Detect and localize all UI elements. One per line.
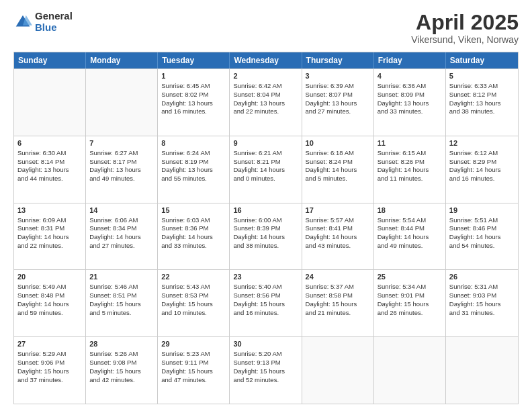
calendar: SundayMondayTuesdayWednesdayThursdayFrid…: [13, 52, 519, 404]
calendar-cell: 19Sunrise: 5:51 AM Sunset: 8:46 PM Dayli…: [446, 203, 518, 270]
day-number: 23: [233, 272, 298, 282]
day-info: Sunrise: 5:26 AM Sunset: 9:08 PM Dayligh…: [89, 350, 141, 383]
day-number: 21: [89, 272, 154, 282]
calendar-cell: 24Sunrise: 5:37 AM Sunset: 8:58 PM Dayli…: [302, 270, 374, 336]
calendar-cell: 18Sunrise: 5:54 AM Sunset: 8:44 PM Dayli…: [374, 203, 446, 270]
calendar-cell: 28Sunrise: 5:26 AM Sunset: 9:08 PM Dayli…: [86, 337, 158, 404]
day-number: 11: [378, 138, 442, 148]
day-number: 14: [89, 205, 154, 216]
day-info: Sunrise: 6:39 AM Sunset: 8:07 PM Dayligh…: [306, 82, 357, 115]
day-number: 7: [89, 138, 154, 148]
day-info: Sunrise: 5:43 AM Sunset: 8:53 PM Dayligh…: [161, 283, 213, 316]
calendar-cell: [446, 337, 518, 404]
weekday-header: Monday: [86, 52, 158, 68]
calendar-cell: 14Sunrise: 6:06 AM Sunset: 8:34 PM Dayli…: [86, 203, 158, 270]
calendar-cell: 9Sunrise: 6:21 AM Sunset: 8:21 PM Daylig…: [230, 136, 302, 203]
day-number: 1: [161, 71, 226, 81]
day-info: Sunrise: 6:09 AM Sunset: 8:31 PM Dayligh…: [17, 216, 69, 249]
day-info: Sunrise: 6:15 AM Sunset: 8:26 PM Dayligh…: [378, 149, 429, 182]
day-number: 20: [17, 272, 82, 282]
day-info: Sunrise: 5:20 AM Sunset: 9:13 PM Dayligh…: [233, 350, 285, 383]
day-info: Sunrise: 5:57 AM Sunset: 8:41 PM Dayligh…: [306, 216, 357, 249]
calendar-cell: 4Sunrise: 6:36 AM Sunset: 8:09 PM Daylig…: [374, 69, 446, 136]
calendar-cell: 10Sunrise: 6:18 AM Sunset: 8:24 PM Dayli…: [302, 136, 374, 203]
calendar-cell: 7Sunrise: 6:27 AM Sunset: 8:17 PM Daylig…: [86, 136, 158, 203]
calendar-cell: [14, 69, 86, 136]
calendar-cell: 23Sunrise: 5:40 AM Sunset: 8:56 PM Dayli…: [230, 270, 302, 336]
calendar-cell: [374, 337, 446, 404]
day-info: Sunrise: 5:46 AM Sunset: 8:51 PM Dayligh…: [89, 283, 141, 316]
calendar-cell: 13Sunrise: 6:09 AM Sunset: 8:31 PM Dayli…: [14, 203, 86, 270]
calendar-header: SundayMondayTuesdayWednesdayThursdayFrid…: [14, 52, 518, 68]
weekday-header: Friday: [374, 52, 446, 68]
calendar-row: 13Sunrise: 6:09 AM Sunset: 8:31 PM Dayli…: [14, 203, 518, 270]
day-number: 19: [449, 205, 515, 216]
day-number: 6: [17, 138, 82, 148]
day-info: Sunrise: 6:30 AM Sunset: 8:14 PM Dayligh…: [17, 149, 69, 182]
logo-text: General Blue: [35, 11, 73, 33]
day-info: Sunrise: 5:37 AM Sunset: 8:58 PM Dayligh…: [306, 283, 357, 316]
calendar-cell: 11Sunrise: 6:15 AM Sunset: 8:26 PM Dayli…: [374, 136, 446, 203]
day-info: Sunrise: 6:00 AM Sunset: 8:39 PM Dayligh…: [233, 216, 285, 249]
day-number: 12: [449, 138, 515, 148]
day-info: Sunrise: 6:33 AM Sunset: 8:12 PM Dayligh…: [449, 82, 501, 115]
calendar-cell: 30Sunrise: 5:20 AM Sunset: 9:13 PM Dayli…: [230, 337, 302, 404]
calendar-cell: 3Sunrise: 6:39 AM Sunset: 8:07 PM Daylig…: [302, 69, 374, 136]
weekday-header: Saturday: [446, 52, 518, 68]
calendar-cell: 12Sunrise: 6:12 AM Sunset: 8:29 PM Dayli…: [446, 136, 518, 203]
calendar-cell: 27Sunrise: 5:29 AM Sunset: 9:06 PM Dayli…: [14, 337, 86, 404]
day-number: 10: [306, 138, 370, 148]
day-info: Sunrise: 5:40 AM Sunset: 8:56 PM Dayligh…: [233, 283, 285, 316]
day-info: Sunrise: 6:18 AM Sunset: 8:24 PM Dayligh…: [306, 149, 357, 182]
day-number: 2: [233, 71, 298, 81]
day-number: 18: [378, 205, 442, 216]
day-info: Sunrise: 5:49 AM Sunset: 8:48 PM Dayligh…: [17, 283, 69, 316]
day-number: 13: [17, 205, 82, 216]
weekday-header: Wednesday: [230, 52, 302, 68]
calendar-cell: [302, 337, 374, 404]
calendar-cell: 5Sunrise: 6:33 AM Sunset: 8:12 PM Daylig…: [446, 69, 518, 136]
calendar-cell: 6Sunrise: 6:30 AM Sunset: 8:14 PM Daylig…: [14, 136, 86, 203]
calendar-cell: [86, 69, 158, 136]
weekday-header: Sunday: [14, 52, 86, 68]
day-number: 4: [378, 71, 442, 81]
day-info: Sunrise: 6:12 AM Sunset: 8:29 PM Dayligh…: [449, 149, 501, 182]
day-number: 8: [161, 138, 226, 148]
day-number: 9: [233, 138, 298, 148]
day-info: Sunrise: 5:34 AM Sunset: 9:01 PM Dayligh…: [378, 283, 429, 316]
day-info: Sunrise: 6:45 AM Sunset: 8:02 PM Dayligh…: [161, 82, 213, 115]
calendar-cell: 22Sunrise: 5:43 AM Sunset: 8:53 PM Dayli…: [158, 270, 230, 336]
day-number: 17: [306, 205, 370, 216]
day-info: Sunrise: 6:24 AM Sunset: 8:19 PM Dayligh…: [161, 149, 213, 182]
day-number: 25: [378, 272, 442, 282]
calendar-row: 27Sunrise: 5:29 AM Sunset: 9:06 PM Dayli…: [14, 336, 518, 404]
day-info: Sunrise: 6:21 AM Sunset: 8:21 PM Dayligh…: [233, 149, 285, 182]
calendar-cell: 16Sunrise: 6:00 AM Sunset: 8:39 PM Dayli…: [230, 203, 302, 270]
day-number: 16: [233, 205, 298, 216]
day-number: 27: [17, 339, 82, 349]
calendar-row: 20Sunrise: 5:49 AM Sunset: 8:48 PM Dayli…: [14, 269, 518, 336]
calendar-row: 1Sunrise: 6:45 AM Sunset: 8:02 PM Daylig…: [14, 68, 518, 136]
calendar-cell: 15Sunrise: 6:03 AM Sunset: 8:36 PM Dayli…: [158, 203, 230, 270]
day-info: Sunrise: 6:27 AM Sunset: 8:17 PM Dayligh…: [89, 149, 141, 182]
calendar-cell: 8Sunrise: 6:24 AM Sunset: 8:19 PM Daylig…: [158, 136, 230, 203]
day-info: Sunrise: 5:54 AM Sunset: 8:44 PM Dayligh…: [378, 216, 429, 249]
title-block: April 2025 Vikersund, Viken, Norway: [411, 11, 519, 45]
day-info: Sunrise: 6:36 AM Sunset: 8:09 PM Dayligh…: [378, 82, 429, 115]
header: General Blue April 2025 Vikersund, Viken…: [13, 11, 519, 45]
day-number: 15: [161, 205, 226, 216]
day-info: Sunrise: 5:23 AM Sunset: 9:11 PM Dayligh…: [161, 350, 213, 383]
calendar-cell: 1Sunrise: 6:45 AM Sunset: 8:02 PM Daylig…: [158, 69, 230, 136]
day-info: Sunrise: 5:31 AM Sunset: 9:03 PM Dayligh…: [449, 283, 501, 316]
day-info: Sunrise: 6:03 AM Sunset: 8:36 PM Dayligh…: [161, 216, 213, 249]
calendar-cell: 26Sunrise: 5:31 AM Sunset: 9:03 PM Dayli…: [446, 270, 518, 336]
calendar-cell: 21Sunrise: 5:46 AM Sunset: 8:51 PM Dayli…: [86, 270, 158, 336]
weekday-header: Thursday: [302, 52, 374, 68]
calendar-row: 6Sunrise: 6:30 AM Sunset: 8:14 PM Daylig…: [14, 136, 518, 203]
day-number: 24: [306, 272, 370, 282]
main-title: April 2025: [411, 11, 519, 34]
logo-blue: Blue: [35, 22, 73, 34]
calendar-cell: 2Sunrise: 6:42 AM Sunset: 8:04 PM Daylig…: [230, 69, 302, 136]
day-number: 29: [161, 339, 226, 349]
weekday-header: Tuesday: [158, 52, 230, 68]
